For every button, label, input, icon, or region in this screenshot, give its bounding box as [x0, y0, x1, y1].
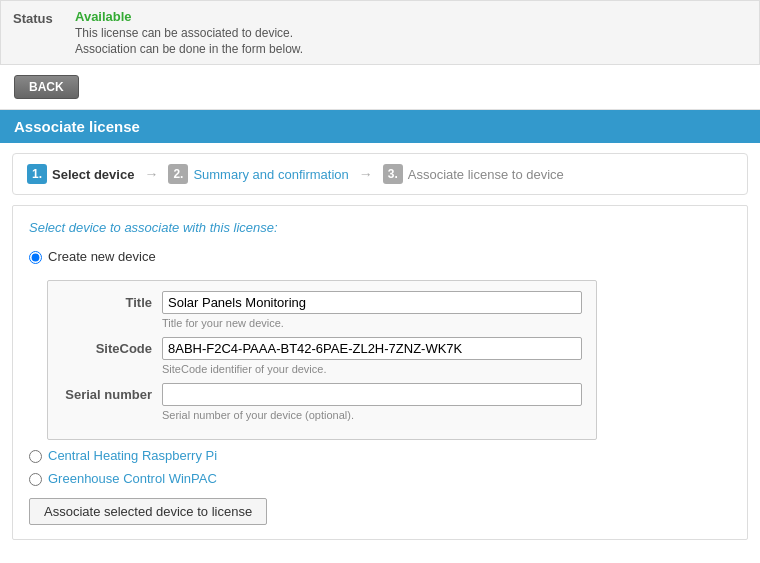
title-content: Title for your new device.	[162, 291, 582, 329]
radio-create-new: Create new device	[29, 249, 731, 264]
radio-create-new-label[interactable]: Create new device	[48, 249, 156, 264]
sitecode-input[interactable]	[162, 337, 582, 360]
radio-greenhouse-input[interactable]	[29, 473, 42, 486]
radio-greenhouse-label[interactable]: Greenhouse Control WinPAC	[48, 471, 217, 486]
serial-input[interactable]	[162, 383, 582, 406]
arrow-2: →	[359, 166, 373, 182]
serial-label: Serial number	[62, 383, 162, 402]
field-row-sitecode: SiteCode SiteCode identifier of your dev…	[62, 337, 582, 375]
radio-central-heating: Central Heating Raspberry Pi	[29, 448, 731, 463]
form-title-highlight: this	[210, 220, 234, 235]
sitecode-label: SiteCode	[62, 337, 162, 356]
associate-header: Associate license	[0, 110, 760, 143]
radio-central-heating-label[interactable]: Central Heating Raspberry Pi	[48, 448, 217, 463]
status-value: Available	[75, 9, 303, 24]
new-device-form: Title Title for your new device. SiteCod…	[47, 280, 597, 440]
form-title-prefix: Select device to associate with	[29, 220, 206, 235]
steps-bar: 1. Select device → 2. Summary and confir…	[12, 153, 748, 195]
form-title-suffix: license:	[234, 220, 278, 235]
status-line2: Association can be done in the form belo…	[75, 42, 303, 56]
status-label: Status	[13, 9, 63, 26]
title-input[interactable]	[162, 291, 582, 314]
arrow-1: →	[144, 166, 158, 182]
step-3-label: Associate license to device	[408, 167, 564, 182]
back-button[interactable]: BACK	[14, 75, 79, 99]
sitecode-hint: SiteCode identifier of your device.	[162, 363, 582, 375]
status-bar: Status Available This license can be ass…	[0, 0, 760, 65]
back-section: BACK	[0, 65, 760, 110]
step-2-num: 2.	[168, 164, 188, 184]
serial-content: Serial number of your device (optional).	[162, 383, 582, 421]
step-2: 2. Summary and confirmation	[168, 164, 348, 184]
radio-create-new-input[interactable]	[29, 251, 42, 264]
form-title: Select device to associate with this lic…	[29, 220, 731, 235]
step-3: 3. Associate license to device	[383, 164, 564, 184]
field-row-title: Title Title for your new device.	[62, 291, 582, 329]
step-2-label[interactable]: Summary and confirmation	[193, 167, 348, 182]
step-3-num: 3.	[383, 164, 403, 184]
status-line1: This license can be associated to device…	[75, 26, 303, 40]
step-1-label: Select device	[52, 167, 134, 182]
step-1: 1. Select device	[27, 164, 134, 184]
form-area: Select device to associate with this lic…	[12, 205, 748, 540]
radio-group: Create new device Title Title for your n…	[29, 249, 731, 486]
title-hint: Title for your new device.	[162, 317, 582, 329]
submit-section: Associate selected device to license	[29, 498, 731, 525]
title-label: Title	[62, 291, 162, 310]
radio-central-heating-input[interactable]	[29, 450, 42, 463]
field-row-serial: Serial number Serial number of your devi…	[62, 383, 582, 421]
step-1-num: 1.	[27, 164, 47, 184]
sitecode-content: SiteCode identifier of your device.	[162, 337, 582, 375]
page-wrapper: Status Available This license can be ass…	[0, 0, 760, 563]
status-content: Available This license can be associated…	[75, 9, 303, 56]
radio-greenhouse: Greenhouse Control WinPAC	[29, 471, 731, 486]
serial-hint: Serial number of your device (optional).	[162, 409, 582, 421]
submit-button[interactable]: Associate selected device to license	[29, 498, 267, 525]
